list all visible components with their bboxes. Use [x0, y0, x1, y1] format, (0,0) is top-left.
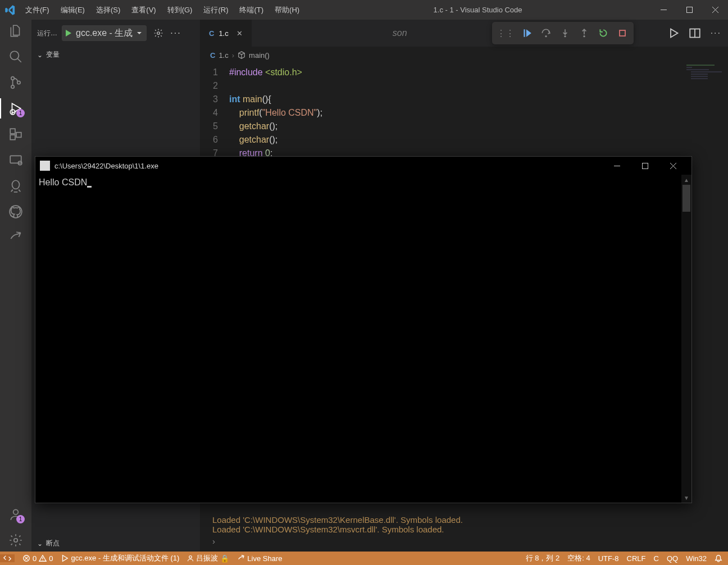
scroll-down-icon[interactable]: ▼: [681, 493, 691, 503]
status-user[interactable]: 吕振波 🔒: [187, 553, 229, 563]
console-minimize-button[interactable]: [603, 157, 631, 175]
tab-1-c[interactable]: C 1.c ✕: [200, 20, 252, 47]
more-icon[interactable]: ···: [170, 28, 181, 38]
menu-edit[interactable]: 编辑(E): [55, 0, 90, 20]
code-text[interactable]: getchar();: [229, 120, 277, 133]
window-minimize-button[interactable]: [650, 0, 676, 20]
status-language[interactable]: C: [654, 554, 659, 563]
menu-view[interactable]: 查看(V): [126, 0, 161, 20]
tab-bar: C 1.c ✕ ⋮⋮ son ···: [200, 20, 728, 47]
window-close-button[interactable]: [702, 0, 728, 20]
window-title: 1.c - 1 - Visual Studio Code: [305, 6, 650, 14]
debug-step-into-button[interactable]: [556, 24, 574, 42]
svg-rect-7: [10, 129, 15, 134]
svg-point-16: [157, 32, 160, 35]
svg-point-18: [564, 35, 566, 37]
code-line[interactable]: 3int main(){: [200, 93, 728, 106]
scrollbar-thumb[interactable]: [683, 185, 690, 212]
status-problems[interactable]: 0 0: [22, 554, 53, 563]
debug-step-out-button[interactable]: [575, 24, 593, 42]
variables-section-header[interactable]: ⌄ 变量: [31, 47, 200, 63]
debug-stop-button[interactable]: [613, 24, 631, 42]
scroll-up-icon[interactable]: ▲: [681, 175, 691, 185]
code-line[interactable]: 5 getchar();: [200, 120, 728, 133]
code-text[interactable]: printf("Hello CSDN");: [229, 106, 322, 120]
status-liveshare[interactable]: Live Share: [237, 554, 282, 563]
run-config-select[interactable]: gcc.exe - 生成: [62, 25, 147, 41]
debug-restart-button[interactable]: [594, 24, 612, 42]
code-text[interactable]: getchar();: [229, 133, 277, 147]
menu-select[interactable]: 选择(S): [90, 0, 126, 20]
activity-run-debug-icon[interactable]: 1: [8, 101, 24, 116]
debug-step-over-button[interactable]: [537, 24, 555, 42]
menu-go[interactable]: 转到(G): [162, 0, 198, 20]
activity-share-icon[interactable]: [8, 230, 24, 245]
status-notifications-icon[interactable]: [715, 554, 722, 562]
gear-icon[interactable]: [153, 28, 163, 38]
accounts-badge: 1: [16, 515, 25, 523]
console-maximize-button[interactable]: [631, 157, 659, 175]
code-text[interactable]: #include <stdio.h>: [229, 66, 302, 79]
status-remote-button[interactable]: [0, 554, 15, 562]
drag-grip-icon[interactable]: ⋮⋮: [494, 28, 517, 39]
activity-extensions-icon[interactable]: [8, 126, 24, 142]
breakpoints-section-header[interactable]: ⌄ 断点: [31, 535, 200, 552]
more-icon[interactable]: ···: [711, 28, 721, 38]
status-task[interactable]: gcc.exe - 生成和调试活动文件 (1): [61, 553, 179, 563]
breadcrumb[interactable]: C 1.c › main(): [200, 47, 728, 63]
console-close-button[interactable]: [659, 157, 687, 175]
console-output[interactable]: Hello CSDN ▲ ▼: [35, 175, 691, 503]
chevron-right-icon: ›: [212, 536, 215, 546]
variables-section-label: 变量: [46, 50, 60, 60]
debug-toolbar[interactable]: ⋮⋮: [492, 22, 634, 44]
activity-remote-icon[interactable]: [8, 152, 24, 168]
menu-file[interactable]: 文件(F): [20, 0, 55, 20]
code-line[interactable]: 1#include <stdio.h>: [200, 66, 728, 79]
warning-count: 0: [49, 554, 53, 563]
debug-continue-button[interactable]: [518, 24, 536, 42]
activity-github-icon[interactable]: [8, 204, 24, 220]
debug-console-input[interactable]: ›: [212, 536, 716, 546]
activity-settings-icon[interactable]: [8, 532, 24, 548]
status-cursor-position[interactable]: 行 8，列 2: [526, 553, 560, 563]
activity-bar: 1 1: [0, 20, 31, 552]
svg-rect-8: [10, 135, 15, 140]
line-number: 4: [200, 106, 229, 120]
status-encoding[interactable]: UTF-8: [598, 554, 619, 563]
console-output-text: Hello CSDN: [39, 177, 87, 187]
close-icon[interactable]: ✕: [236, 29, 243, 38]
svg-rect-10: [10, 156, 21, 163]
svg-point-23: [189, 556, 192, 559]
error-count: 0: [33, 554, 37, 563]
console-app-icon: [40, 161, 50, 171]
code-line[interactable]: 2: [200, 79, 728, 93]
activity-accounts-icon[interactable]: 1: [8, 507, 24, 522]
split-editor-icon[interactable]: [689, 28, 700, 39]
run-file-icon[interactable]: [668, 28, 679, 39]
vscode-logo-icon: [0, 4, 20, 16]
status-platform[interactable]: Win32: [686, 554, 707, 563]
console-scrollbar[interactable]: ▲ ▼: [681, 175, 691, 503]
console-title-bar[interactable]: c:\Users\29422\Desktop\1\1.exe: [35, 157, 691, 175]
window-maximize-button[interactable]: [676, 0, 702, 20]
menu-run[interactable]: 运行(R): [198, 0, 234, 20]
breakpoints-section-label: 断点: [46, 539, 60, 548]
activity-qq-icon[interactable]: [8, 178, 24, 194]
line-number: 6: [200, 133, 229, 147]
menu-terminal[interactable]: 终端(T): [234, 0, 269, 20]
c-file-icon: C: [210, 51, 215, 60]
code-line[interactable]: 4 printf("Hello CSDN");: [200, 106, 728, 120]
activity-search-icon[interactable]: [8, 49, 24, 65]
status-indentation[interactable]: 空格: 4: [567, 553, 590, 563]
code-text[interactable]: int main(){: [229, 93, 271, 106]
activity-source-control-icon[interactable]: [8, 75, 24, 90]
cube-icon: [238, 51, 245, 59]
activity-explorer-icon[interactable]: [8, 23, 24, 39]
status-qq[interactable]: QQ: [667, 554, 678, 563]
menu-help[interactable]: 帮助(H): [269, 0, 305, 20]
debug-badge: 1: [16, 109, 25, 117]
run-debug-header: 运行… gcc.exe - 生成 ···: [31, 20, 200, 47]
svg-point-15: [14, 539, 18, 543]
code-line[interactable]: 6 getchar();: [200, 133, 728, 147]
status-eol[interactable]: CRLF: [627, 554, 646, 563]
